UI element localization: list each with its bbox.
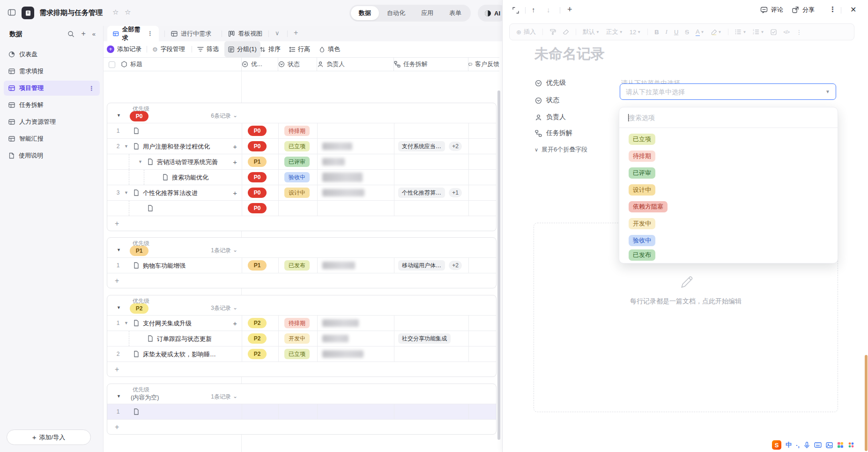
view-switcher-chevron-icon[interactable]: ∨ <box>275 30 280 37</box>
status-pill[interactable]: 已立项 <box>284 349 310 359</box>
add-view-icon[interactable]: + <box>294 29 298 37</box>
column-header-tasks[interactable]: 任务拆解 <box>394 58 462 71</box>
table-row[interactable]: ▼ 营销活动管理系统完善 + P1 已评审 <box>107 154 496 169</box>
fill-color-button[interactable]: 填色 <box>319 41 340 57</box>
table-row[interactable]: 3 ▼ 个性化推荐算法改进 + P0 设计中 个性化推荐算…+1 <box>107 185 496 200</box>
status-pill[interactable]: 验收中 <box>284 172 310 182</box>
status-pill[interactable]: 已立项 <box>284 141 310 151</box>
more-icon[interactable]: ⋮ <box>89 85 95 92</box>
bold-button[interactable]: B <box>654 29 659 36</box>
priority-pill[interactable]: P1 <box>248 157 267 167</box>
table-row[interactable]: P0 <box>107 200 496 216</box>
sidebar-item-requirement-entry[interactable]: 需求填报 <box>4 64 100 79</box>
status-pill[interactable]: 设计中 <box>284 188 310 198</box>
group-count[interactable]: 3条记录⌄ <box>211 304 237 312</box>
dropdown-option[interactable]: 开发中 <box>629 218 655 229</box>
table-row[interactable]: 2 ▼ 用户注册和登录过程优化 + P0 已立项 支付系统应当…+2 <box>107 138 496 154</box>
select-all-checkbox[interactable] <box>109 61 115 68</box>
sidebar-item-hr-management[interactable]: 人力资源管理 <box>4 114 100 129</box>
format-painter-icon[interactable] <box>549 29 556 35</box>
add-record-icon[interactable]: + <box>567 5 572 15</box>
expand-collapsed-fields[interactable]: ∨ 展开6个折叠字段 <box>534 145 587 154</box>
dropdown-option[interactable]: 设计中 <box>629 184 655 196</box>
toolbar-more-icon[interactable]: ⋮ <box>796 29 802 36</box>
ime-lang-indicator[interactable]: 中 <box>786 441 792 449</box>
dropdown-option[interactable]: 待排期 <box>629 151 655 162</box>
bullet-list-button[interactable]: ▼ <box>735 29 746 35</box>
priority-pill[interactable]: P2 <box>248 333 267 344</box>
row-height-button[interactable]: 行高 <box>289 41 310 57</box>
status-input-field[interactable] <box>626 88 825 96</box>
vertical-scrollbar[interactable] <box>497 90 500 440</box>
column-header-title[interactable]: 标题 <box>121 58 235 71</box>
linked-task-pill[interactable]: 个性化推荐算… <box>398 188 445 198</box>
record-title[interactable]: 订单跟踪与状态更新 <box>157 335 227 343</box>
group-count[interactable]: 1条记录⌄ <box>211 247 237 255</box>
field-label-owner[interactable]: 负责人 <box>534 113 566 121</box>
insert-button[interactable]: ⊕插入 <box>516 28 536 36</box>
group-count[interactable]: 6条记录⌄ <box>211 112 237 120</box>
expand-caret-icon[interactable]: ▼ <box>138 159 142 164</box>
view-tab-in-progress[interactable]: 进行中需求 <box>171 26 211 41</box>
checkbox-button[interactable] <box>771 29 777 35</box>
sidebar-item-smart-report[interactable]: 智能汇报 <box>4 131 100 146</box>
star-icon[interactable]: ☆ <box>125 8 131 16</box>
expand-caret-icon[interactable]: ▼ <box>124 321 128 325</box>
previous-record-icon[interactable]: ↑ <box>532 6 535 14</box>
dropdown-search[interactable] <box>619 107 838 128</box>
font-color-button[interactable]: A▼ <box>696 28 705 36</box>
collapse-caret-icon[interactable]: ▼ <box>117 394 121 399</box>
ime-mic-icon[interactable] <box>804 442 810 449</box>
group-header-p2[interactable]: ▼ 优先级 P2 3条记录⌄ <box>107 295 496 315</box>
priority-pill[interactable]: P2 <box>248 349 267 359</box>
status-pill[interactable]: 已发布 <box>284 260 310 271</box>
next-record-icon[interactable]: ↓ <box>547 6 550 14</box>
priority-pill[interactable]: P0 <box>248 203 267 213</box>
sidebar-toggle-icon[interactable] <box>7 8 16 17</box>
field-label-tasks[interactable]: 任务拆解 <box>534 129 572 137</box>
group-count[interactable]: 1条记录⌄ <box>211 393 237 401</box>
add-row-button[interactable]: + <box>107 419 496 434</box>
sidebar-item-task-breakdown[interactable]: 任务拆解 <box>4 98 100 113</box>
record-title[interactable]: 个性化推荐算法改进 <box>143 189 218 197</box>
group-header-p1[interactable]: ▼ 优先级 P1 1条记录⌄ <box>107 238 496 257</box>
column-header-owner[interactable]: 负责人 <box>317 58 387 71</box>
priority-pill[interactable]: P0 <box>248 172 267 182</box>
add-subrecord-icon[interactable]: + <box>233 158 237 166</box>
add-subrecord-icon[interactable]: + <box>233 189 237 197</box>
dropdown-option[interactable]: 验收中 <box>629 235 655 246</box>
add-row-button[interactable]: + <box>107 273 496 288</box>
status-select-input[interactable]: ▼ <box>620 83 836 100</box>
status-pill[interactable]: 已评审 <box>284 157 310 167</box>
search-icon[interactable] <box>67 30 74 38</box>
expand-record-icon[interactable] <box>512 7 519 14</box>
ime-punctuation[interactable]: ·, <box>796 442 800 449</box>
dropdown-option[interactable]: 已评审 <box>629 167 655 179</box>
ime-sogou-logo[interactable]: S <box>772 440 781 450</box>
record-title-placeholder[interactable]: 未命名记录 <box>534 45 605 64</box>
add-row-button[interactable]: + <box>107 216 496 231</box>
table-row[interactable]: 1 P0 待排期 <box>107 123 496 138</box>
tab-more-icon[interactable]: ⋮ <box>147 30 153 37</box>
collapse-caret-icon[interactable]: ▼ <box>117 113 121 118</box>
status-pill[interactable]: 待排期 <box>284 318 310 328</box>
ime-skin-icon[interactable] <box>837 442 844 448</box>
priority-pill[interactable]: P1 <box>248 260 267 271</box>
column-header-feedback[interactable]: 客户反馈 <box>468 58 499 71</box>
paragraph-select[interactable]: 正文▼ <box>606 28 623 36</box>
expand-caret-icon[interactable]: ▼ <box>124 144 128 149</box>
highlight-button[interactable]: ▼ <box>711 29 722 35</box>
priority-pill[interactable]: P0 <box>248 126 267 136</box>
sidebar-item-user-guide[interactable]: 使用说明 <box>4 148 100 163</box>
tab-data[interactable]: 数据 <box>351 6 379 20</box>
linked-task-pill[interactable]: 移动端用户体… <box>398 260 445 271</box>
style-select[interactable]: 默认▼ <box>583 28 600 36</box>
more-count-chip[interactable]: +1 <box>449 188 462 197</box>
record-title[interactable]: 支付网关集成升级 <box>143 319 218 328</box>
strikethrough-button[interactable]: S <box>685 29 689 36</box>
record-title[interactable]: 购物车功能增强 <box>143 262 223 270</box>
group-header-p0[interactable]: ▼ 优先级 P0 6条记录⌄ <box>107 103 496 123</box>
dropdown-option[interactable]: 已发布 <box>629 249 655 261</box>
filter-button[interactable]: 筛选 <box>197 41 219 57</box>
dropdown-option[interactable]: 已立项 <box>629 134 655 145</box>
